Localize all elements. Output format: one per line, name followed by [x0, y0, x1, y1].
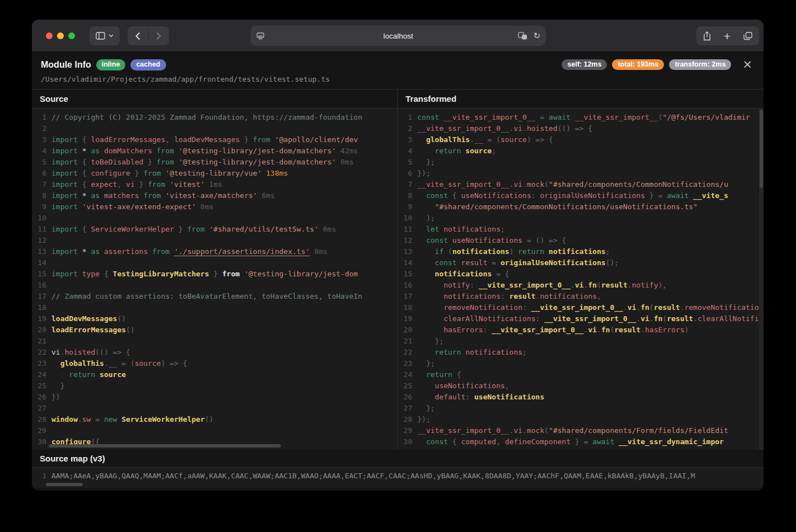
line-number: 23	[32, 358, 46, 369]
line-number: 20	[32, 324, 46, 336]
code-text: globalThis.__ = (source) => {	[412, 134, 553, 145]
code-token: };	[417, 337, 444, 345]
code-token: "#shared/components/CommonNotifications/…	[417, 203, 698, 211]
code-token: }	[209, 270, 222, 278]
module-link[interactable]: './support/assertions/index.ts'	[174, 247, 310, 256]
code-token: loadDevMessages	[174, 135, 239, 144]
code-token: vi	[640, 314, 649, 323]
code-token: return	[51, 370, 95, 379]
code-token: notify	[632, 281, 658, 289]
code-line: 22vi.hoisted(() => {	[32, 347, 397, 358]
line-number: 13	[398, 246, 412, 257]
code-token: __vite_ssr_import_0__	[531, 303, 623, 312]
code-token: toBeDisabled	[91, 158, 143, 166]
line-number: 10	[32, 213, 46, 224]
code-line: 10 );	[398, 213, 764, 224]
code-text: const { useNotifications: originalUseNot…	[412, 190, 728, 201]
tab-overview-icon[interactable]	[743, 32, 752, 40]
code-token: *	[78, 147, 91, 155]
code-text: import { expect, vi } from 'vitest' 1ms	[46, 179, 222, 190]
code-line: 10	[32, 213, 397, 224]
code-line: 12	[32, 235, 397, 246]
line-number: 19	[32, 313, 46, 324]
address-bar[interactable]: localhost ↻	[251, 26, 546, 46]
line-number: 2	[398, 123, 412, 134]
code-token: matchers	[100, 191, 139, 200]
code-line: 14	[32, 257, 397, 269]
code-token: import	[51, 147, 78, 155]
code-token: )	[509, 247, 518, 256]
code-token: await	[592, 437, 614, 446]
line-number: 7	[398, 179, 412, 190]
code-line: 1const __vite_ssr_import_0__ = await __v…	[398, 112, 764, 123]
code-line: 5 };	[398, 157, 764, 168]
code-token: '#shared/utils/testSw.ts'	[205, 225, 319, 233]
code-token: defineComponent	[505, 437, 571, 446]
code-line: 14 const result = originalUseNotificatio…	[398, 257, 764, 269]
code-text	[46, 403, 51, 414]
code-token: __	[109, 359, 117, 368]
code-token: '@testing-library/vue'	[161, 169, 262, 177]
line-number: 1	[32, 112, 46, 123]
code-token: const	[417, 191, 448, 200]
close-window-button[interactable]	[46, 32, 53, 39]
code-token: as	[91, 147, 100, 155]
code-token: '@testing-library/jest-dom/matchers'	[174, 158, 336, 166]
transformed-scrollbar-thumb[interactable]	[760, 110, 763, 188]
code-token: 8ms	[310, 247, 327, 256]
code-token: .	[636, 303, 640, 312]
line-number: 27	[32, 403, 46, 414]
code-token: :	[531, 191, 540, 200]
new-tab-button[interactable]: +	[724, 30, 731, 42]
code-token: return	[417, 370, 453, 379]
line-number: 22	[398, 347, 412, 358]
share-icon[interactable]	[703, 31, 711, 41]
toolbar-right-buttons: +	[696, 26, 759, 45]
code-token: {	[448, 191, 461, 200]
code-token: (	[444, 247, 453, 256]
line-number: 3	[32, 134, 46, 145]
line-number: 20	[398, 324, 412, 336]
code-token: = {	[492, 270, 509, 278]
line-number: 17	[32, 291, 46, 302]
sidebar-toggle-button[interactable]	[90, 26, 120, 45]
code-token: source	[95, 370, 126, 379]
close-button[interactable]: ×	[742, 59, 752, 70]
code-line: 3 globalThis.__ = (source) => {	[398, 134, 764, 145]
timing-badge: transform: 2ms	[669, 59, 731, 70]
code-token: } =	[645, 191, 667, 200]
code-token: }	[174, 225, 187, 233]
code-token: // Zammad custom assertions: toBeAvatarE…	[51, 292, 362, 300]
code-line: 11import { ServiceWorkerHelper } from '#…	[32, 224, 397, 235]
line-number: 21	[32, 336, 46, 347]
code-token: useNotifications	[461, 191, 531, 200]
code-token: 'vitest-axe/matchers'	[161, 191, 257, 200]
line-number: 29	[398, 425, 412, 436]
code-token: 0ms	[196, 203, 213, 211]
line-number: 25	[398, 380, 412, 392]
forward-button[interactable]	[148, 26, 169, 45]
source-horizontal-scrollbar[interactable]	[49, 444, 281, 448]
minimize-window-button[interactable]	[57, 32, 64, 39]
line-number: 23	[398, 358, 412, 369]
code-text: };	[412, 157, 435, 168]
code-token: }	[130, 169, 143, 177]
code-token: new	[104, 415, 117, 423]
code-token: .	[535, 292, 540, 300]
back-button[interactable]	[128, 26, 148, 45]
line-number: 4	[32, 145, 46, 157]
module-badge: inline	[96, 59, 126, 70]
code-token: "/@fs/Users/vladimir	[662, 113, 750, 121]
code-line: 16	[32, 280, 397, 291]
code-line: 20loadErrorMessages()	[32, 324, 397, 336]
code-token: computed	[461, 437, 496, 446]
code-token: await	[549, 113, 571, 121]
code-token: useNotifications	[417, 382, 505, 390]
sourcemap-horizontal-scrollbar[interactable]	[46, 483, 83, 486]
line-number: 9	[398, 201, 412, 213]
zoom-window-button[interactable]	[68, 32, 75, 39]
code-token: let	[417, 225, 439, 233]
code-text: let notifications;	[412, 224, 505, 235]
code-token: = (	[117, 359, 134, 368]
code-text: );	[412, 213, 435, 224]
